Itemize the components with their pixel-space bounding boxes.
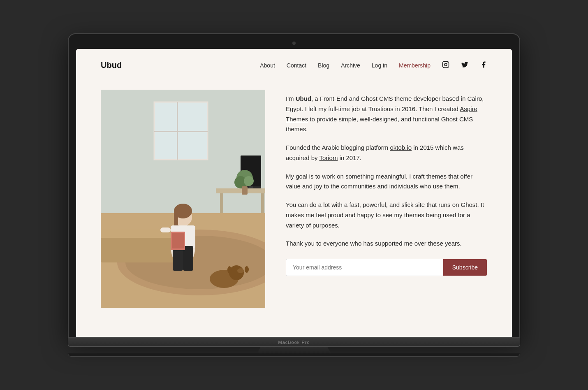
nav-blog[interactable]: Blog: [318, 62, 329, 69]
instagram-icon[interactable]: [442, 61, 449, 70]
laptop-frame: Ubud About Contact Blog Archive Log in M…: [68, 33, 520, 357]
toriom-link[interactable]: Toriom: [319, 154, 338, 161]
site-logo[interactable]: Ubud: [101, 60, 122, 70]
laptop-body: Ubud About Contact Blog Archive Log in M…: [68, 33, 520, 338]
svg-rect-12: [216, 188, 265, 193]
content-text: I'm Ubud, a Front-End and Ghost CMS them…: [286, 90, 487, 276]
nav-contact[interactable]: Contact: [287, 62, 306, 69]
svg-rect-43: [242, 186, 248, 195]
aspire-themes-link[interactable]: Aspire Themes: [286, 105, 477, 123]
svg-point-42: [244, 176, 254, 186]
subscribe-button[interactable]: Subscribe: [443, 259, 487, 276]
laptop-foot: [68, 353, 520, 357]
paragraph-3: My goal is to work on something meaningf…: [286, 172, 487, 192]
site-content: I'm Ubud, a Front-End and Ghost CMS them…: [76, 81, 512, 328]
hero-image: [101, 90, 265, 308]
svg-point-32: [237, 268, 244, 273]
paragraph-1: I'm Ubud, a Front-End and Ghost CMS them…: [286, 94, 487, 135]
paragraph-4: You can do a lot with a fast, powerful, …: [286, 200, 487, 230]
svg-point-1: [444, 63, 447, 66]
svg-point-33: [245, 266, 249, 273]
twitter-icon[interactable]: [461, 61, 468, 70]
laptop-base: MacBook Pro: [68, 338, 520, 347]
svg-rect-7: [154, 131, 208, 132]
svg-point-34: [227, 266, 231, 274]
email-input[interactable]: [286, 259, 443, 276]
paragraph-5: Thank you to everyone who has supported …: [286, 239, 487, 249]
oktob-link[interactable]: oktob.io: [390, 144, 412, 151]
svg-rect-29: [172, 233, 184, 248]
nav-login[interactable]: Log in: [372, 62, 387, 69]
nav-about[interactable]: About: [260, 62, 275, 69]
nav-membership[interactable]: Membership: [399, 62, 431, 69]
laptop-model-label: MacBook Pro: [278, 340, 310, 345]
facebook-icon[interactable]: [480, 61, 487, 70]
svg-point-2: [447, 63, 448, 63]
svg-rect-27: [160, 228, 171, 232]
nav-links: About Contact Blog Archive Log in Member…: [260, 61, 487, 70]
svg-rect-0: [443, 61, 449, 67]
laptop-stand: [257, 347, 331, 353]
laptop-screen: Ubud About Contact Blog Archive Log in M…: [76, 49, 512, 337]
site-nav: Ubud About Contact Blog Archive Log in M…: [76, 49, 512, 81]
subscribe-form: Subscribe: [286, 259, 487, 276]
paragraph-2: Founded the Arabic blogging platform okt…: [286, 143, 487, 163]
brand-name: Ubud: [296, 95, 311, 102]
nav-archive[interactable]: Archive: [341, 62, 360, 69]
camera-dot: [292, 42, 296, 45]
